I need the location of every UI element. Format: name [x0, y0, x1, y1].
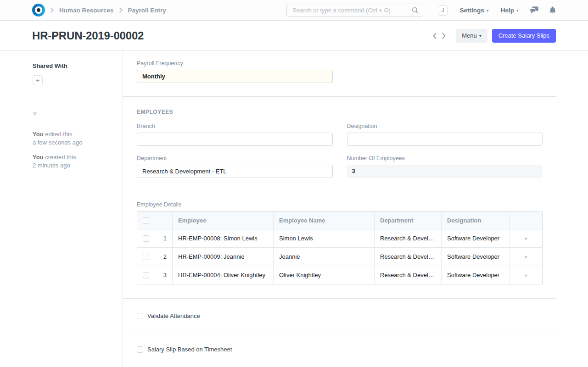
activity-entry: You created this 2 minutes ago: [33, 153, 112, 169]
row-dropdown-icon[interactable]: ▼: [524, 237, 528, 241]
column-header-actions: [510, 212, 543, 229]
search-icon: [412, 7, 419, 15]
column-header-employee-name: Employee Name: [274, 212, 375, 229]
table-row: 3 HR-EMP-00004: Oliver Knightley Oliver …: [137, 266, 543, 284]
row-checkbox[interactable]: [143, 272, 149, 278]
chevron-down-icon: ▾: [487, 8, 489, 13]
notifications-bell-icon[interactable]: [549, 6, 556, 14]
activity-line: You created this: [33, 153, 112, 161]
activity-when: a few seconds ago: [33, 139, 112, 147]
navbar: Human Resources Payroll Entry J Settings…: [0, 0, 588, 21]
section-salary-slip-timesheet: Salary Slip Based on Timesheet: [123, 332, 556, 365]
row-index: 2: [163, 253, 167, 260]
menu-button-label: Menu: [462, 32, 477, 39]
select-all-checkbox[interactable]: [143, 217, 149, 224]
add-share-button[interactable]: +: [33, 75, 43, 85]
breadcrumb-item-payroll-entry[interactable]: Payroll Entry: [128, 7, 166, 14]
row-index: 1: [163, 235, 167, 242]
table-header-row: Employee Employee Name Department Design…: [137, 212, 543, 229]
activity-line: You edited this: [33, 130, 112, 139]
help-menu[interactable]: Help ▾: [501, 7, 519, 14]
cell-department[interactable]: Research & Develop...: [375, 266, 442, 284]
salary-slip-timesheet-label: Salary Slip Based on Timesheet: [147, 346, 232, 353]
row-checkbox[interactable]: [143, 254, 149, 260]
designation-input[interactable]: [347, 133, 543, 146]
cell-designation[interactable]: Software Developer: [442, 229, 510, 248]
cell-employee[interactable]: HR-EMP-00009: Jeannie: [173, 248, 274, 266]
row-dropdown-icon[interactable]: ▼: [524, 255, 528, 260]
form-body: Payroll Frequency EMPLOYEES Branch Desig…: [123, 51, 556, 367]
layout: Shared With + ♥ You edited this a few se…: [0, 51, 588, 367]
logo-dot: [37, 8, 40, 12]
help-menu-label: Help: [501, 7, 514, 14]
activity-when: 2 minutes ago: [33, 161, 112, 170]
form-sidebar: Shared With + ♥ You edited this a few se…: [0, 51, 123, 367]
number-of-employees-label: Number Of Employees: [347, 155, 543, 161]
section-validate-attendance: Validate Attendance: [123, 299, 556, 332]
chevron-down-icon: ▾: [516, 8, 519, 13]
chevron-right-icon: [119, 7, 123, 13]
employee-details-label: Employee Details: [137, 201, 543, 208]
erpnext-logo[interactable]: [32, 4, 45, 17]
search-wrap: [286, 4, 423, 17]
department-input[interactable]: [137, 165, 333, 178]
like-heart-icon[interactable]: ♥: [33, 110, 112, 118]
page-title: HR-PRUN-2019-00002: [32, 29, 144, 42]
validate-attendance-checkbox[interactable]: [137, 313, 143, 319]
branch-input[interactable]: [137, 133, 333, 146]
row-checkbox[interactable]: [143, 235, 149, 242]
section-employees: EMPLOYEES Branch Designation Department …: [123, 97, 556, 192]
cell-department[interactable]: Research & Develop...: [375, 229, 442, 248]
cell-employee-name[interactable]: Simon Lewis: [274, 229, 375, 248]
logo-ring: [35, 6, 42, 14]
column-header-employee: Employee: [173, 212, 274, 229]
section-payroll-frequency: Payroll Frequency: [123, 51, 556, 97]
column-header-department: Department: [375, 212, 442, 229]
cell-designation[interactable]: Software Developer: [442, 266, 510, 284]
breadcrumb-item-human-resources[interactable]: Human Resources: [59, 7, 114, 14]
designation-label: Designation: [347, 123, 543, 129]
chevron-right-icon: [50, 7, 54, 13]
search-input[interactable]: [286, 4, 423, 17]
settings-menu[interactable]: Settings ▾: [459, 7, 488, 14]
payroll-frequency-input[interactable]: [137, 70, 333, 83]
column-header-designation: Designation: [442, 212, 510, 229]
page-head: HR-PRUN-2019-00002 Menu ▾ Create Salary …: [0, 21, 588, 51]
chat-icon[interactable]: [530, 6, 538, 14]
validate-attendance-label: Validate Attendance: [147, 312, 200, 319]
navbar-right: J Settings ▾ Help ▾: [286, 4, 556, 17]
table-row: 2 HR-EMP-00009: Jeannie Jeannie Research…: [137, 248, 543, 266]
cell-employee-name[interactable]: Jeannie: [274, 248, 375, 266]
table-row: 1 HR-EMP-00008: Simon Lewis Simon Lewis …: [137, 229, 543, 248]
cell-employee[interactable]: HR-EMP-00008: Simon Lewis: [173, 229, 274, 248]
shared-with-label: Shared With: [33, 62, 112, 69]
chevron-down-icon: ▾: [479, 33, 482, 38]
cell-employee-name[interactable]: Oliver Knightley: [274, 266, 375, 284]
employee-details-table: Employee Employee Name Department Design…: [137, 211, 543, 284]
branch-label: Branch: [137, 123, 333, 129]
prev-document-button[interactable]: [431, 31, 438, 40]
user-avatar[interactable]: J: [438, 5, 448, 16]
payroll-frequency-label: Payroll Frequency: [137, 60, 333, 67]
employees-section-title: EMPLOYEES: [137, 109, 543, 115]
activity-log: You edited this a few seconds ago You cr…: [33, 130, 112, 169]
row-index: 3: [163, 272, 167, 278]
cell-employee[interactable]: HR-EMP-00004: Oliver Knightley: [173, 266, 274, 284]
next-document-button[interactable]: [440, 31, 448, 40]
activity-entry: You edited this a few seconds ago: [33, 130, 112, 146]
menu-button[interactable]: Menu ▾: [456, 29, 487, 43]
department-label: Department: [137, 155, 333, 161]
cell-designation[interactable]: Software Developer: [442, 248, 510, 266]
number-of-employees-field: 3: [347, 165, 543, 178]
settings-menu-label: Settings: [459, 7, 484, 14]
create-salary-slips-button[interactable]: Create Salary Slips: [492, 29, 556, 43]
row-dropdown-icon[interactable]: ▼: [524, 273, 528, 278]
section-employee-details: Employee Details Employee Employee Name …: [123, 192, 556, 299]
salary-slip-timesheet-checkbox[interactable]: [137, 346, 143, 353]
cell-department[interactable]: Research & Develop...: [375, 248, 442, 266]
page-actions: Menu ▾ Create Salary Slips: [431, 29, 556, 43]
